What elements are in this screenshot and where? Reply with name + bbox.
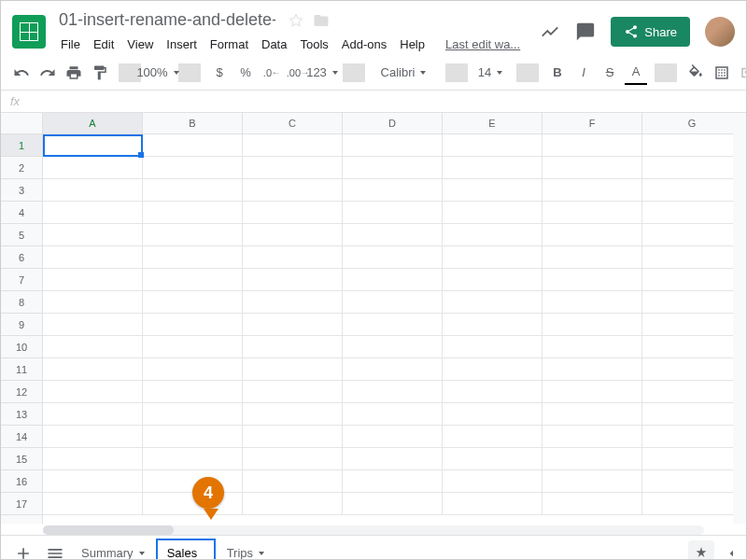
vertical-scrollbar[interactable] — [733, 113, 746, 524]
row-header[interactable]: 9 — [1, 314, 42, 336]
row-header[interactable]: 7 — [1, 269, 42, 291]
borders-icon[interactable] — [711, 61, 733, 85]
sheet-tab-label: Summary — [81, 546, 134, 560]
formula-bar-label: fx — [10, 94, 38, 108]
sheet-tab-trips[interactable]: Trips — [218, 540, 274, 560]
menu-addons[interactable]: Add-ons — [336, 34, 392, 55]
share-button[interactable]: Share — [611, 17, 690, 47]
cell-grid[interactable] — [43, 134, 746, 524]
menu-edit[interactable]: Edit — [88, 34, 120, 55]
print-icon[interactable] — [63, 61, 85, 85]
sheet-tab-summary[interactable]: Summary — [72, 540, 154, 560]
row-header[interactable]: 4 — [1, 202, 42, 224]
separator — [445, 63, 468, 82]
separator — [178, 63, 201, 82]
row-header[interactable]: 15 — [1, 448, 42, 470]
decrease-decimal[interactable]: .0← — [261, 61, 283, 85]
explore-button[interactable] — [688, 540, 714, 561]
redo-icon[interactable] — [36, 61, 59, 85]
menu-insert[interactable]: Insert — [161, 34, 203, 55]
add-sheet-button[interactable] — [8, 539, 38, 561]
row-header[interactable]: 3 — [1, 179, 42, 202]
row-header[interactable]: 11 — [1, 358, 42, 381]
menu-tools[interactable]: Tools — [294, 34, 333, 55]
callout-number: 4 — [204, 483, 213, 503]
row-header[interactable]: 6 — [1, 246, 42, 269]
menu-view[interactable]: View — [121, 34, 159, 55]
separator — [343, 63, 365, 82]
menu-file[interactable]: File — [55, 34, 86, 55]
sheet-rename-input[interactable] — [167, 546, 204, 560]
last-edit-link[interactable]: Last edit wa... — [440, 34, 526, 55]
menu-data[interactable]: Data — [256, 34, 292, 55]
merge-cells-icon[interactable] — [737, 61, 747, 85]
row-header[interactable]: 5 — [1, 224, 42, 246]
fill-color-icon[interactable] — [684, 61, 707, 85]
menu-help[interactable]: Help — [394, 34, 430, 55]
sheet-tab-label: Trips — [227, 546, 253, 560]
format-percent[interactable]: % — [234, 61, 257, 85]
horizontal-scrollbar[interactable] — [43, 525, 704, 535]
folder-icon[interactable] — [313, 12, 330, 29]
row-header[interactable]: 17 — [1, 493, 42, 515]
row-header[interactable]: 16 — [1, 470, 42, 493]
avatar[interactable] — [705, 17, 735, 47]
column-header[interactable]: D — [343, 113, 443, 133]
row-header[interactable]: 12 — [1, 381, 42, 403]
italic-button[interactable]: I — [572, 61, 595, 85]
paint-format-icon[interactable] — [89, 61, 111, 85]
zoom-dropdown[interactable]: 100% — [148, 61, 171, 85]
row-header[interactable]: 8 — [1, 291, 42, 314]
text-color-button[interactable]: A — [625, 61, 647, 85]
menu-format[interactable]: Format — [204, 34, 254, 55]
bold-button[interactable]: B — [546, 61, 569, 85]
row-header[interactable]: 13 — [1, 403, 42, 426]
column-header[interactable]: F — [543, 113, 642, 133]
share-label: Share — [644, 25, 677, 39]
separator — [516, 63, 539, 82]
format-currency[interactable]: $ — [208, 61, 231, 85]
comments-icon[interactable] — [575, 21, 596, 42]
font-size-dropdown[interactable]: 14 — [475, 61, 509, 85]
document-title[interactable] — [55, 8, 279, 32]
separator — [655, 63, 677, 82]
sheets-logo[interactable] — [12, 15, 46, 49]
column-header[interactable]: A — [43, 113, 143, 133]
star-icon[interactable] — [289, 13, 303, 28]
undo-icon[interactable] — [10, 61, 33, 85]
tutorial-callout: 4 — [192, 477, 230, 524]
font-dropdown[interactable]: Calibri — [373, 61, 438, 85]
side-panel-toggle[interactable] — [724, 546, 739, 561]
activity-icon[interactable] — [540, 21, 560, 42]
chevron-down-icon — [259, 552, 264, 555]
sheet-tab-sales-editing[interactable] — [156, 539, 216, 560]
all-sheets-button[interactable] — [40, 539, 70, 561]
column-header[interactable]: E — [443, 113, 543, 133]
row-header[interactable]: 14 — [1, 426, 42, 448]
number-format-dropdown[interactable]: 123 — [313, 61, 335, 85]
column-header[interactable]: G — [642, 113, 742, 133]
strikethrough-button[interactable]: S — [599, 61, 621, 85]
selected-cell[interactable] — [43, 134, 143, 157]
row-header[interactable]: 2 — [1, 157, 42, 179]
column-header[interactable]: C — [243, 113, 343, 133]
column-header[interactable]: B — [143, 113, 243, 133]
chevron-down-icon — [139, 552, 145, 555]
row-header[interactable]: 1 — [1, 134, 42, 157]
select-all-corner[interactable] — [1, 113, 43, 133]
row-header[interactable]: 10 — [1, 336, 42, 358]
